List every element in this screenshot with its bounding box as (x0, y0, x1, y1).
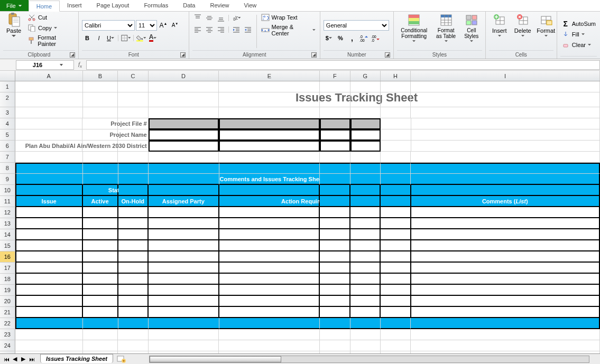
tab-review[interactable]: Review (202, 0, 236, 11)
cell[interactable] (149, 92, 219, 107)
row-header-9[interactable]: 9 (0, 174, 15, 185)
cell[interactable] (83, 229, 118, 240)
cell[interactable] (320, 152, 350, 163)
cell[interactable] (219, 218, 320, 229)
fill-button[interactable]: Fill (560, 30, 586, 39)
dec-decimal-button[interactable]: .00.0 (370, 33, 381, 43)
row-header-14[interactable]: 14 (0, 229, 15, 240)
tab-data[interactable]: Data (176, 0, 202, 11)
cell[interactable] (350, 185, 381, 196)
orientation-button[interactable]: ab (231, 13, 242, 23)
cell[interactable] (83, 174, 118, 185)
inc-decimal-button[interactable]: .0.00 (358, 33, 369, 43)
cell[interactable] (149, 81, 219, 92)
cell[interactable] (320, 218, 350, 229)
cell[interactable] (118, 92, 148, 107)
cell[interactable] (149, 251, 219, 263)
row-header-1[interactable]: 1 (0, 81, 15, 92)
row-header-4[interactable]: 4 (0, 118, 15, 129)
cell[interactable] (15, 152, 83, 163)
cell[interactable] (320, 163, 350, 174)
cell[interactable] (381, 185, 411, 196)
paste-button[interactable]: Paste (3, 13, 24, 39)
cell[interactable] (381, 285, 411, 296)
col-header-E[interactable]: E (219, 71, 320, 81)
align-bottom-button[interactable] (216, 13, 226, 23)
col-header-G[interactable]: G (350, 71, 381, 81)
cell[interactable] (350, 196, 381, 207)
cell[interactable] (350, 218, 381, 229)
cell[interactable] (149, 118, 219, 129)
select-all-corner[interactable] (0, 71, 15, 81)
cell[interactable] (149, 318, 219, 329)
cell[interactable] (219, 285, 320, 296)
row-header-7[interactable]: 7 (0, 152, 15, 163)
cell[interactable] (118, 285, 149, 296)
cell[interactable]: Status (83, 185, 118, 196)
chevron-down-icon[interactable] (59, 62, 64, 68)
cell[interactable] (411, 163, 600, 174)
cell[interactable] (350, 207, 381, 218)
cell[interactable] (83, 163, 118, 174)
cell[interactable] (350, 163, 381, 174)
cell[interactable]: Project File # (118, 118, 148, 129)
cell[interactable] (381, 229, 411, 240)
cell[interactable] (350, 274, 381, 285)
cell[interactable] (219, 251, 320, 263)
cell[interactable] (83, 296, 118, 307)
cell[interactable] (15, 218, 83, 229)
cell[interactable] (381, 240, 411, 251)
font-dialog-launcher[interactable]: ◢ (180, 52, 186, 58)
cell[interactable] (350, 141, 381, 152)
cell[interactable] (118, 163, 149, 174)
fill-color-button[interactable] (136, 33, 146, 43)
cell[interactable] (320, 296, 350, 307)
cell[interactable] (411, 274, 600, 285)
cell[interactable] (381, 274, 411, 285)
cell[interactable] (83, 307, 118, 318)
dec-indent-button[interactable] (231, 24, 242, 35)
cell[interactable] (83, 240, 118, 251)
cut-button[interactable]: Cut (26, 13, 75, 22)
cell[interactable] (15, 318, 83, 329)
fx-icon[interactable]: fx (74, 61, 86, 69)
cell[interactable] (149, 152, 219, 163)
cell[interactable] (83, 81, 118, 92)
cell[interactable] (350, 251, 381, 263)
cell[interactable] (320, 285, 350, 296)
cell[interactable] (320, 318, 350, 329)
cell[interactable] (411, 185, 600, 196)
align-top-button[interactable] (192, 13, 203, 23)
cell[interactable] (381, 92, 411, 107)
cell[interactable] (83, 207, 118, 218)
cell[interactable] (350, 318, 381, 329)
cell[interactable]: On-Hold (118, 196, 149, 207)
clipboard-dialog-launcher[interactable]: ◢ (70, 52, 75, 58)
cell[interactable] (320, 174, 350, 185)
cell[interactable] (118, 307, 149, 318)
cell[interactable]: Plan Abu Dhabi/Al Ain/Western 2030 Distr… (118, 141, 148, 152)
cell[interactable] (118, 185, 149, 196)
cell[interactable] (15, 296, 83, 307)
cell[interactable] (149, 207, 219, 218)
cell[interactable] (350, 285, 381, 296)
row-header-2[interactable]: 2 (0, 92, 15, 107)
font-size-select[interactable]: 11 (136, 20, 157, 31)
cell[interactable] (411, 218, 600, 229)
insert-cells-button[interactable]: Insert (489, 13, 510, 38)
cell[interactable] (381, 196, 411, 207)
cell[interactable] (381, 118, 411, 129)
row-header-19[interactable]: 19 (0, 285, 15, 296)
cell[interactable] (381, 129, 411, 141)
cell[interactable] (15, 174, 83, 185)
row-header-10[interactable]: 10 (0, 185, 15, 196)
alignment-dialog-launcher[interactable]: ◢ (311, 52, 317, 58)
cell[interactable] (149, 240, 219, 251)
format-cells-button[interactable]: Format (536, 13, 557, 38)
borders-button[interactable] (121, 33, 131, 43)
row-header-25[interactable]: 25 (0, 351, 15, 353)
row-header-5[interactable]: 5 (0, 129, 15, 141)
worksheet-grid[interactable]: A B C D E F G H I 12Issues Tracking Shee… (0, 71, 600, 353)
row-header-13[interactable]: 13 (0, 218, 15, 229)
align-right-button[interactable] (216, 24, 226, 35)
